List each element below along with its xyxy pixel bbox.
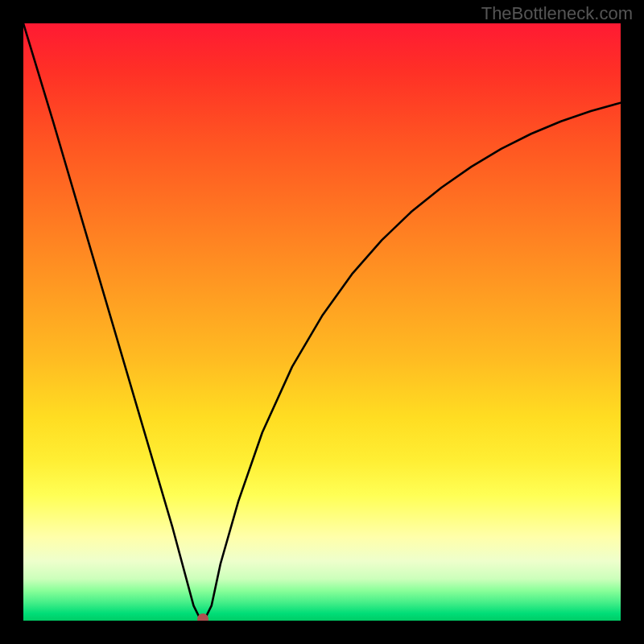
chart-curve-svg bbox=[23, 23, 621, 621]
optimum-marker bbox=[197, 613, 208, 621]
watermark-text: TheBottleneck.com bbox=[481, 3, 633, 24]
chart-plot-area bbox=[23, 23, 621, 621]
bottleneck-curve bbox=[23, 23, 621, 617]
